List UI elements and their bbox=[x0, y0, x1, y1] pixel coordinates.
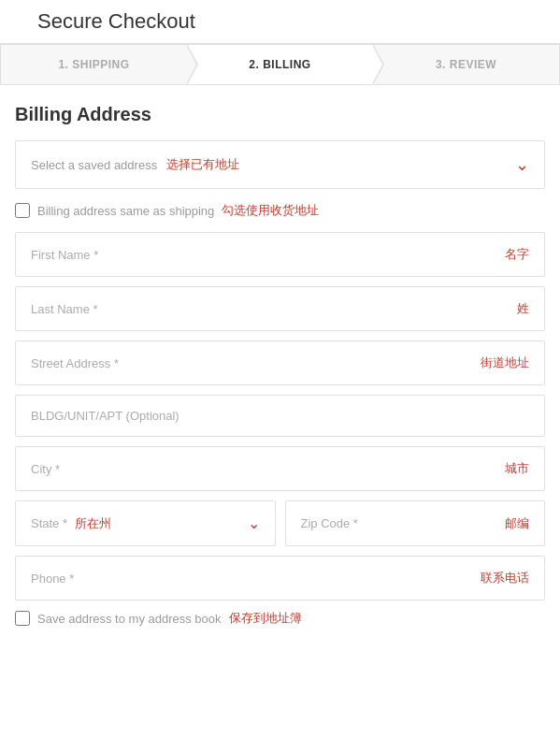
last-name-field: 姓 bbox=[15, 286, 545, 331]
phone-field: 联系电话 bbox=[15, 556, 545, 601]
main-content: Billing Address Select a saved address 选… bbox=[0, 85, 560, 645]
bldg-input[interactable] bbox=[31, 409, 529, 423]
save-address-annotation: 保存到地址簿 bbox=[229, 610, 302, 627]
saved-address-label: Select a saved address bbox=[31, 158, 157, 172]
last-name-annotation: 姓 bbox=[517, 300, 529, 317]
save-address-label: Save address to my address book bbox=[37, 612, 222, 626]
header: Secure Checkout bbox=[0, 0, 560, 44]
same-as-shipping-annotation: 勾选使用收货地址 bbox=[222, 202, 319, 219]
step-review-label: 3. REVIEW bbox=[436, 58, 496, 71]
city-input[interactable] bbox=[31, 462, 497, 476]
street-address-annotation: 街道地址 bbox=[481, 355, 529, 371]
bldg-field bbox=[15, 395, 545, 437]
phone-input[interactable] bbox=[31, 572, 473, 586]
zip-annotation: 邮编 bbox=[505, 515, 529, 532]
section-title: Billing Address bbox=[15, 104, 545, 125]
step-shipping-label: 1. SHIPPING bbox=[58, 58, 129, 71]
save-address-checkbox[interactable] bbox=[15, 611, 30, 626]
same-as-shipping-label: Billing address same as shipping bbox=[37, 204, 214, 218]
step-shipping[interactable]: 1. SHIPPING bbox=[1, 45, 187, 84]
state-zip-row: State * 所在州 ⌄ 邮编 bbox=[15, 500, 545, 546]
saved-address-left: Select a saved address 选择已有地址 bbox=[31, 156, 239, 173]
street-address-field: 街道地址 bbox=[15, 340, 545, 385]
first-name-annotation: 名字 bbox=[505, 246, 529, 263]
step-billing-label: 2. BILLING bbox=[249, 58, 310, 71]
zip-field: 邮编 bbox=[285, 500, 546, 546]
street-address-input[interactable] bbox=[31, 356, 473, 370]
first-name-input[interactable] bbox=[31, 248, 497, 262]
state-select[interactable]: State * 所在州 ⌄ bbox=[15, 500, 276, 546]
step-billing[interactable]: 2. BILLING bbox=[187, 45, 373, 84]
state-label: State * bbox=[31, 516, 67, 530]
saved-address-dropdown[interactable]: Select a saved address 选择已有地址 ⌄ bbox=[15, 140, 545, 189]
same-as-shipping-checkbox[interactable] bbox=[15, 203, 30, 218]
saved-address-annotation: 选择已有地址 bbox=[166, 156, 239, 173]
state-select-left: State * 所在州 bbox=[31, 515, 111, 532]
same-as-shipping-row: Billing address same as shipping 勾选使用收货地… bbox=[15, 202, 545, 219]
state-chevron-icon: ⌄ bbox=[248, 514, 260, 532]
page-title: Secure Checkout bbox=[37, 9, 541, 34]
state-annotation: 所在州 bbox=[75, 515, 111, 532]
city-annotation: 城市 bbox=[505, 460, 529, 477]
chevron-down-icon: ⌄ bbox=[515, 154, 529, 175]
last-name-input[interactable] bbox=[31, 302, 510, 316]
step-review[interactable]: 3. REVIEW bbox=[373, 45, 559, 84]
zip-input[interactable] bbox=[301, 516, 498, 530]
steps-bar: 1. SHIPPING 2. BILLING 3. REVIEW bbox=[0, 44, 560, 85]
save-address-row: Save address to my address book 保存到地址簿 bbox=[15, 610, 545, 627]
phone-annotation: 联系电话 bbox=[481, 570, 529, 586]
city-field: 城市 bbox=[15, 446, 545, 491]
first-name-field: 名字 bbox=[15, 232, 545, 277]
